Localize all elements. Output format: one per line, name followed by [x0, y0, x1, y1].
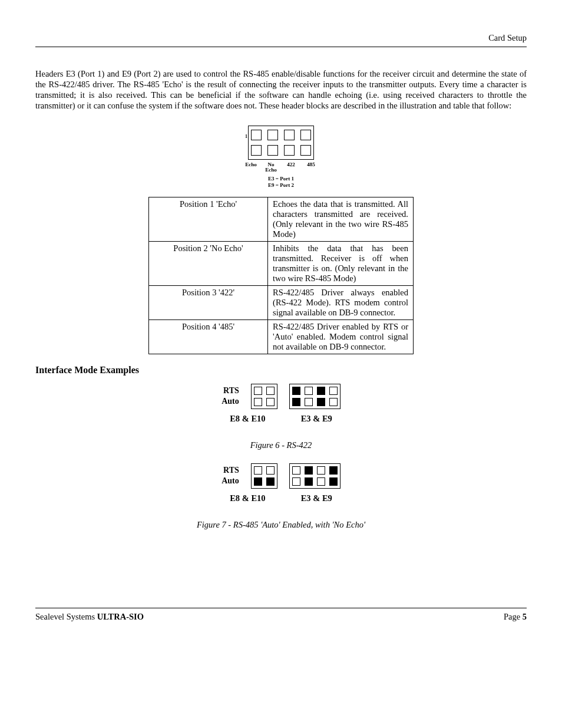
jumper-pin	[267, 145, 278, 156]
description-cell: Inhibits the data that has been transmit…	[268, 241, 414, 285]
figure7-caption: Figure 7 - RS-485 'Auto' Enabled, with '…	[197, 520, 365, 530]
position-cell: Position 2 'No Echo'	[149, 241, 268, 285]
jumper-pin	[300, 145, 311, 156]
position-cell: Position 1 'Echo'	[149, 197, 268, 241]
section-heading-interface-modes: Interface Mode Examples	[35, 365, 527, 375]
figure7-row-labels: RTS Auto	[222, 465, 239, 486]
header-rule	[35, 47, 527, 47]
col-label-485: 485	[301, 162, 321, 174]
footer-rule	[35, 608, 527, 608]
table-row: Position 2 'No Echo'Inhibits the data th…	[149, 241, 414, 285]
jumper-pin	[284, 145, 295, 156]
fig6-block-captions: E8 & E10 E3 & E9	[230, 414, 332, 424]
jumper-header-box	[248, 126, 314, 160]
jumper-column-labels: Echo No Echo 422 485	[241, 162, 321, 174]
fig6-jumper-left	[251, 384, 277, 409]
jumper-pin	[251, 145, 262, 156]
jumper-port-note: E3 = Port 1 E9 = Port 2	[268, 176, 294, 189]
page-header: Card Setup	[35, 33, 527, 43]
jumper-pin	[251, 130, 262, 140]
caption-e3-e9: E3 & E9	[301, 493, 332, 503]
page-footer: Sealevel Systems ULTRA-SIO Page 5	[35, 612, 527, 622]
footer-right: Page 5	[504, 612, 527, 622]
description-cell: RS-422/485 Driver always enabled (RS-422…	[268, 285, 414, 319]
fig7-jumper-left	[251, 463, 277, 489]
caption-e3-e9: E3 & E9	[301, 414, 332, 424]
figure6-row: RTS Auto	[222, 384, 340, 409]
label-rts: RTS	[222, 465, 239, 476]
label-auto: Auto	[222, 396, 239, 407]
header-section-title: Card Setup	[488, 33, 527, 42]
jumper-pin	[300, 130, 311, 140]
fig6-jumper-right	[289, 384, 340, 409]
col-label-noecho: No Echo	[261, 162, 281, 174]
footer-left: Sealevel Systems ULTRA-SIO	[35, 612, 144, 622]
label-rts: RTS	[222, 386, 239, 396]
jumper-pin	[267, 130, 278, 140]
label-auto: Auto	[222, 476, 239, 486]
fig7-jumper-right	[289, 463, 340, 489]
col-label-echo: Echo	[241, 162, 261, 174]
jumper-pin	[284, 130, 295, 140]
description-cell: RS-422/485 Driver enabled by RTS or 'Aut…	[268, 319, 414, 354]
interface-mode-examples: RTS Auto E8 & E10 E3 & E9 Figure 6 - RS-…	[35, 384, 527, 543]
figure6-caption: Figure 6 - RS-422	[250, 440, 312, 450]
col-label-422: 422	[281, 162, 301, 174]
jumper-diagram: 1 Echo No Echo 422 485 E3 = Port 1 E9 = …	[35, 126, 527, 189]
table-row: Position 1 'Echo'Echoes the data that is…	[149, 197, 414, 241]
position-cell: Position 4 '485'	[149, 319, 268, 354]
caption-e8-e10: E8 & E10	[230, 493, 265, 503]
position-description-table: Position 1 'Echo'Echoes the data that is…	[148, 197, 414, 354]
fig7-block-captions: E8 & E10 E3 & E9	[230, 493, 332, 503]
table-row: Position 4 '485'RS-422/485 Driver enable…	[149, 319, 414, 354]
intro-paragraph: Headers E3 (Port 1) and E9 (Port 2) are …	[35, 68, 527, 111]
pin1-marker: 1	[245, 134, 247, 139]
caption-e8-e10: E8 & E10	[230, 414, 265, 424]
figure6-row-labels: RTS Auto	[222, 386, 239, 407]
position-cell: Position 3 '422'	[149, 285, 268, 319]
figure7-row: RTS Auto	[222, 463, 340, 489]
description-cell: Echoes the data that is transmitted. All…	[268, 197, 414, 241]
table-row: Position 3 '422'RS-422/485 Driver always…	[149, 285, 414, 319]
